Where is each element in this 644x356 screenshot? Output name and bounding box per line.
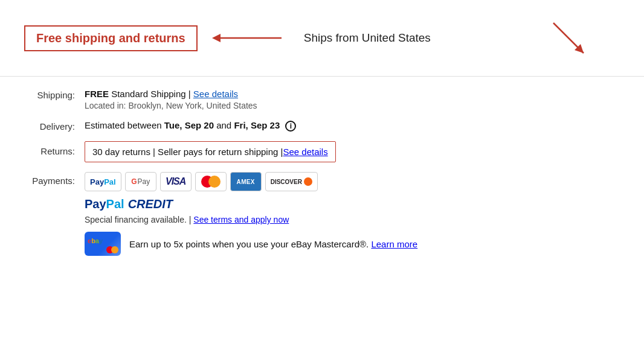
ebay-card-row: ebay Earn up to 5x points when you use y… [85, 232, 417, 256]
payment-cards: PayPal G Pay VISA AMEX [85, 172, 417, 191]
returns-bordered-box: 30 day returns | Seller pays for return … [85, 141, 336, 162]
special-financing-text: Special financing available. | [85, 215, 193, 224]
mc-small-logo [106, 246, 118, 253]
ships-from-label: Ships from United States [304, 31, 431, 45]
free-bold: FREE [85, 89, 109, 99]
arrow-area [212, 30, 285, 46]
payments-row: Payments: PayPal G Pay VISA [24, 172, 620, 256]
returns-row-wrapper: Returns: 30 day returns | Seller pays fo… [24, 141, 620, 162]
shipping-see-details-link[interactable]: See details [193, 89, 238, 99]
gpay-pay: Pay [137, 177, 150, 186]
delivery-label: Delivery: [24, 120, 85, 132]
paypal-credit-text: CREDIT [128, 197, 173, 211]
mastercard-card [195, 172, 227, 191]
paypal-credit-pay: Pay [85, 197, 106, 211]
returns-see-details-link[interactable]: See details [283, 147, 327, 157]
delivery-value: Estimated between Tue, Sep 20 and Fri, S… [85, 120, 620, 132]
amex-card: AMEX [230, 172, 262, 191]
gpay-g: G [131, 177, 137, 186]
ebay-b: b [91, 237, 95, 244]
ebay-y: y [99, 237, 103, 244]
special-financing-row: Special financing available. | See terms… [85, 215, 417, 224]
ebay-card-image: ebay [85, 232, 121, 256]
content-area: Shipping: FREE Standard Shipping | See d… [0, 77, 644, 275]
discover-card: DISCOVER [265, 172, 318, 191]
paypal-card: PayPal [85, 172, 121, 191]
mc-orange-circle [208, 176, 221, 188]
shipping-value: FREE Standard Shipping | See details Loc… [85, 89, 620, 110]
discover-inner: DISCOVER [271, 177, 312, 186]
payments-label: Payments: [24, 172, 85, 186]
standard-shipping-text: Standard Shipping | [109, 89, 193, 99]
amex-label: AMEX [237, 179, 255, 185]
visa-label: VISA [166, 176, 185, 187]
delivery-date1: Tue, Sep 20 [164, 120, 214, 130]
svg-marker-1 [212, 34, 221, 42]
payments-value: PayPal G Pay VISA AMEX [85, 172, 417, 256]
delivery-prefix: Estimated between [85, 120, 164, 130]
mc-small-orange [111, 246, 118, 253]
discover-text: DISCOVER [271, 179, 302, 185]
paypal-pal-text: Pal [104, 177, 116, 186]
shipping-row: Shipping: FREE Standard Shipping | See d… [24, 89, 620, 110]
returns-text: 30 day returns | Seller pays for return … [92, 147, 283, 157]
visa-card: VISA [160, 172, 192, 191]
ebay-earn-text: Earn up to 5x points when you use your e… [129, 239, 371, 249]
shipping-location: Located in: Brooklyn, New York, United S… [85, 101, 620, 110]
ebay-earn-text-area: Earn up to 5x points when you use your e… [129, 238, 417, 250]
paypal-credit-pal: Pal [106, 197, 124, 211]
returns-label: Returns: [24, 141, 85, 156]
info-icon[interactable]: i [285, 121, 296, 132]
see-terms-link[interactable]: See terms and apply now [193, 215, 289, 224]
ebay-card-logo: ebay [88, 235, 103, 245]
gpay-card: G Pay [125, 172, 156, 191]
learn-more-link[interactable]: Learn more [371, 239, 417, 249]
delivery-conjunction: and [214, 120, 234, 130]
paypal-pay-text: Pay [90, 177, 104, 186]
paypal-credit-row: PayPalCREDIT [85, 197, 417, 211]
shipping-label: Shipping: [24, 89, 85, 100]
free-shipping-badge: Free shipping and returns [24, 25, 198, 51]
free-shipping-label: Free shipping and returns [36, 31, 185, 45]
discover-circle [304, 177, 312, 186]
delivery-row: Delivery: Estimated between Tue, Sep 20 … [24, 120, 620, 132]
delivery-date2: Fri, Sep 23 [234, 120, 280, 130]
header-row: Free shipping and returns Ships from Uni… [0, 0, 644, 77]
delivery-arrow-icon [547, 17, 596, 65]
left-arrow-icon [212, 30, 285, 46]
